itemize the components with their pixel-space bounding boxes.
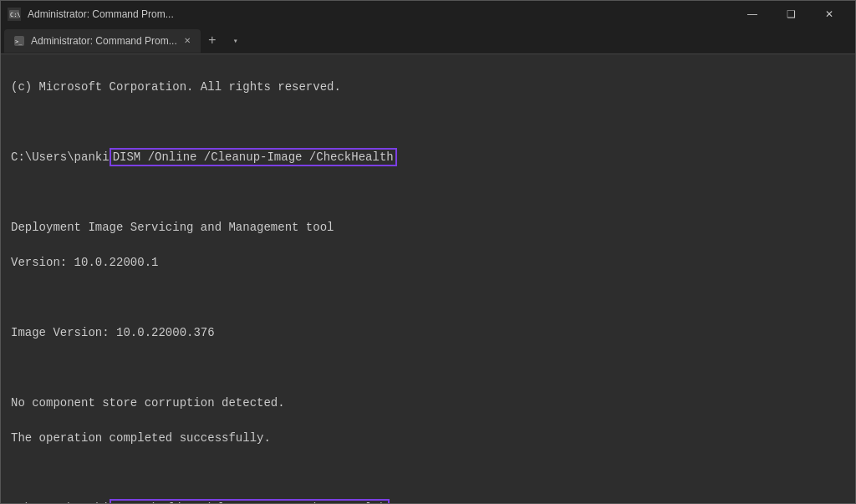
svg-text:>_: >_	[15, 38, 23, 45]
blank-line-3	[11, 289, 845, 307]
minimize-button[interactable]: —	[733, 1, 772, 28]
prompt-1: C:\Users\panki	[11, 150, 110, 164]
highlighted-cmd-2: DISM /Online /Cleanup-Image /ScanHealth	[110, 499, 390, 503]
cmd-line-1: C:\Users\pankiDISM /Online /Cleanup-Imag…	[11, 149, 845, 166]
tab-cmd[interactable]: >_ Administrator: Command Prom... ✕	[4, 29, 201, 53]
tab-dropdown-button[interactable]: ▾	[224, 29, 247, 53]
terminal-output[interactable]: (c) Microsoft Corporation. All rights re…	[1, 54, 855, 503]
terminal-icon: >_	[14, 36, 24, 46]
blank-line-1	[11, 114, 845, 131]
deploy-line-1: Deployment Image Servicing and Managemen…	[11, 219, 845, 237]
blank-line-4	[11, 359, 845, 377]
nostore-line-1: No component store corruption detected.	[11, 395, 845, 412]
close-button[interactable]: ✕	[810, 1, 848, 28]
prompt-2: C:\Users\panki	[11, 501, 110, 503]
svg-text:C:\: C:\	[10, 12, 20, 18]
tab-close-icon[interactable]: ✕	[184, 36, 191, 45]
restore-button[interactable]: ❑	[772, 1, 810, 28]
titlebar: C:\ Administrator: Command Prom... — ❑ ✕	[1, 1, 855, 28]
blank-line-5	[11, 465, 845, 482]
tab-label: Administrator: Command Prom...	[31, 35, 177, 47]
new-tab-button[interactable]: +	[201, 29, 224, 53]
complete-line-1: The operation completed successfully.	[11, 430, 845, 447]
window: C:\ Administrator: Command Prom... — ❑ ✕…	[0, 0, 856, 504]
highlighted-cmd-1: DISM /Online /Cleanup-Image /CheckHealth	[110, 148, 397, 166]
blank-line-2	[11, 184, 845, 201]
app-icon: C:\	[8, 8, 21, 21]
image-line-1: Image Version: 10.0.22000.376	[11, 324, 845, 342]
version-line-1: Version: 10.0.22000.1	[11, 254, 845, 272]
window-controls: — ❑ ✕	[733, 1, 848, 28]
window-title: Administrator: Command Prom...	[28, 8, 733, 20]
cmd-line-2: C:\Users\pankiDISM /Online /Cleanup-Imag…	[11, 500, 845, 503]
copyright-line: (c) Microsoft Corporation. All rights re…	[11, 79, 845, 96]
tab-bar: >_ Administrator: Command Prom... ✕ + ▾	[1, 28, 855, 54]
